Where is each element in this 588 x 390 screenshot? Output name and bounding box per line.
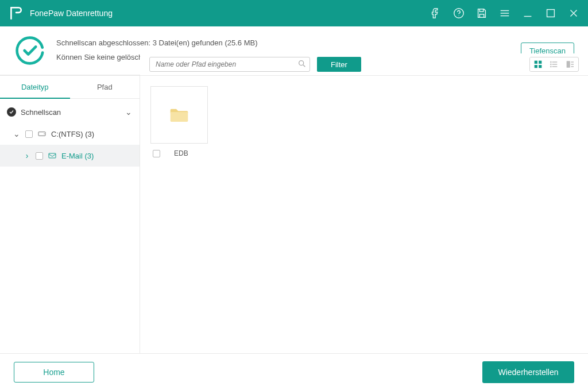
results-grid: EDB: [140, 76, 588, 353]
drive-icon: [37, 129, 47, 138]
tree-node-drive[interactable]: ⌄ C:(NTFS) (3): [0, 123, 140, 145]
tree-section-quickscan[interactable]: Schnellscan ⌄: [0, 101, 140, 123]
svg-rect-9: [539, 61, 541, 64]
facebook-icon[interactable]: [430, 7, 442, 20]
folder-thumbnail[interactable]: [150, 86, 208, 144]
svg-point-13: [550, 64, 551, 65]
svg-point-14: [550, 66, 551, 67]
check-badge-icon: [7, 107, 16, 117]
view-toggle: [529, 57, 579, 72]
svg-point-3: [17, 38, 43, 64]
tree-node-email[interactable]: › E-Mail (3): [0, 145, 140, 167]
svg-rect-10: [535, 65, 537, 68]
content-area: Filter EDB: [140, 75, 588, 353]
recover-button[interactable]: Wiederherstellen: [482, 361, 574, 383]
tab-filetype[interactable]: Dateityp: [0, 76, 70, 99]
app-title: FonePaw Datenrettung: [30, 9, 430, 18]
view-grid-button[interactable]: [530, 57, 546, 71]
svg-rect-15: [567, 61, 570, 68]
minimize-icon[interactable]: [521, 7, 534, 20]
chevron-down-icon: ⌄: [13, 129, 21, 138]
email-icon: [48, 151, 57, 160]
menu-icon[interactable]: [498, 7, 511, 20]
view-list-button[interactable]: [546, 57, 562, 71]
close-icon[interactable]: [567, 7, 580, 20]
svg-rect-11: [539, 65, 541, 68]
home-button[interactable]: Home: [14, 362, 94, 383]
filter-button[interactable]: Filter: [317, 57, 361, 72]
svg-rect-2: [547, 10, 555, 17]
chevron-right-icon: ›: [23, 151, 31, 160]
checkbox[interactable]: [153, 150, 160, 157]
maximize-icon[interactable]: [544, 7, 557, 20]
title-bar: FonePaw Datenrettung: [0, 0, 588, 26]
svg-rect-8: [535, 61, 537, 64]
svg-point-1: [458, 16, 459, 16]
sidebar: Dateityp Pfad Schnellscan ⌄ ⌄ C:(NTFS) (…: [0, 75, 140, 353]
svg-rect-6: [49, 153, 56, 158]
item-label: EDB: [174, 149, 188, 157]
view-detail-button[interactable]: [562, 57, 578, 71]
chevron-down-icon: ⌄: [125, 107, 133, 117]
search-input[interactable]: [149, 57, 310, 72]
result-item[interactable]: EDB: [150, 86, 219, 157]
content-toolbar: Filter: [140, 53, 588, 76]
tab-path[interactable]: Pfad: [70, 76, 140, 99]
svg-point-7: [299, 61, 304, 65]
scan-status-text: Schnellscan abgeschlossen: 3 Datei(en) g…: [56, 36, 521, 51]
checkbox[interactable]: [36, 152, 43, 160]
tree-section-label: Schnellscan: [21, 108, 120, 117]
tree-node-label: E-Mail (3): [61, 152, 94, 160]
checkmark-icon: [14, 34, 46, 67]
svg-point-12: [550, 61, 551, 63]
app-logo: [8, 6, 23, 21]
checkbox[interactable]: [25, 130, 33, 138]
footer: Home Wiederherstellen: [0, 353, 588, 390]
help-icon[interactable]: [452, 7, 465, 20]
svg-point-5: [44, 133, 44, 134]
tree-node-label: C:(NTFS) (3): [51, 130, 94, 138]
save-icon[interactable]: [475, 7, 488, 20]
search-icon: [297, 59, 307, 68]
folder-icon: [169, 107, 189, 123]
file-tree: Schnellscan ⌄ ⌄ C:(NTFS) (3) › E-Mail (3…: [0, 99, 140, 167]
